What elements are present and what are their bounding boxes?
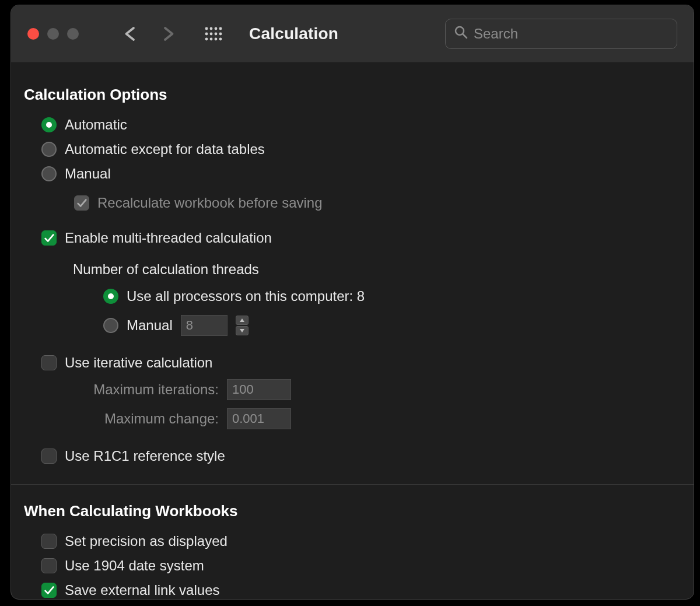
- radio-manual[interactable]: [41, 166, 57, 181]
- panel-title: Calculation: [249, 24, 338, 43]
- checkbox-enable-multithread[interactable]: [41, 230, 57, 246]
- recalc-before-save-row: Recalculate workbook before saving: [24, 195, 681, 211]
- max-iterations-label: Maximum iterations:: [73, 381, 219, 398]
- stepper-down-icon[interactable]: [236, 326, 249, 335]
- svg-point-6: [215, 32, 218, 35]
- checkbox-precision-as-displayed[interactable]: [41, 534, 57, 549]
- svg-point-4: [205, 32, 208, 35]
- recalc-before-save-label: Recalculate workbook before saving: [97, 195, 323, 211]
- checkbox-save-external-links[interactable]: [41, 583, 57, 598]
- svg-point-7: [219, 32, 222, 35]
- processor-count: 8: [357, 288, 365, 304]
- precision-as-displayed-row[interactable]: Set precision as displayed: [24, 533, 681, 549]
- max-change-row: Maximum change:: [24, 408, 681, 429]
- radio-automatic-label: Automatic: [65, 117, 127, 133]
- titlebar: Calculation: [11, 5, 694, 62]
- use-iterative-label: Use iterative calculation: [65, 355, 212, 371]
- back-button[interactable]: [122, 25, 139, 43]
- use-all-processors-label: Use all processors on this computer: 8: [127, 288, 365, 304]
- preferences-window: Calculation Calculation Options Automati…: [10, 5, 694, 600]
- use-r1c1-row[interactable]: Use R1C1 reference style: [24, 448, 681, 464]
- radio-threads-manual[interactable]: [103, 318, 118, 333]
- svg-point-1: [210, 27, 213, 30]
- content-area: Calculation Options Automatic Automatic …: [11, 62, 694, 600]
- use-iterative-row[interactable]: Use iterative calculation: [24, 355, 681, 371]
- use-1904-label: Use 1904 date system: [65, 558, 204, 574]
- radio-row-threads-manual[interactable]: Manual: [24, 315, 681, 336]
- nav-arrows: [122, 25, 177, 43]
- checkbox-use-1904[interactable]: [41, 558, 57, 573]
- minimize-button[interactable]: [47, 28, 59, 40]
- svg-point-9: [210, 37, 213, 40]
- svg-point-3: [219, 27, 222, 30]
- threads-manual-label: Manual: [127, 317, 173, 334]
- threads-manual-input[interactable]: [181, 315, 228, 336]
- threads-count-label: Number of calculation threads: [73, 261, 681, 278]
- use-r1c1-label: Use R1C1 reference style: [65, 448, 225, 464]
- enable-multithread-row[interactable]: Enable multi-threaded calculation: [24, 230, 681, 246]
- max-iterations-row: Maximum iterations:: [24, 379, 681, 400]
- svg-point-2: [215, 27, 218, 30]
- radio-row-use-all-processors[interactable]: Use all processors on this computer: 8: [24, 288, 681, 304]
- section-workbooks-title: When Calculating Workbooks: [24, 502, 681, 520]
- precision-as-displayed-label: Set precision as displayed: [65, 533, 228, 549]
- search-field[interactable]: [445, 19, 677, 49]
- stepper-up-icon[interactable]: [236, 316, 249, 325]
- svg-point-8: [205, 37, 208, 40]
- checkbox-use-iterative[interactable]: [41, 355, 57, 370]
- search-input[interactable]: [474, 26, 668, 42]
- radio-use-all-processors[interactable]: [103, 289, 118, 304]
- svg-line-13: [463, 34, 467, 38]
- forward-button[interactable]: [159, 25, 177, 43]
- checkbox-recalc-before-save: [74, 195, 89, 211]
- max-change-input[interactable]: [227, 408, 291, 429]
- radio-manual-label: Manual: [65, 166, 111, 182]
- save-external-links-row[interactable]: Save external link values: [24, 582, 681, 598]
- radio-row-except-tables[interactable]: Automatic except for data tables: [24, 141, 681, 157]
- section-calculation-options-title: Calculation Options: [24, 86, 681, 104]
- svg-point-5: [210, 32, 213, 35]
- section-divider: [11, 484, 694, 485]
- max-change-label: Maximum change:: [73, 411, 219, 427]
- radio-row-automatic[interactable]: Automatic: [24, 117, 681, 133]
- close-button[interactable]: [27, 28, 39, 40]
- enable-multithread-label: Enable multi-threaded calculation: [65, 230, 272, 246]
- use-1904-row[interactable]: Use 1904 date system: [24, 558, 681, 574]
- max-iterations-input[interactable]: [227, 379, 291, 400]
- radio-except-tables-label: Automatic except for data tables: [65, 141, 265, 157]
- svg-point-0: [205, 27, 208, 30]
- fullscreen-button[interactable]: [67, 28, 79, 40]
- radio-automatic[interactable]: [41, 117, 57, 132]
- window-controls: [27, 28, 79, 40]
- save-external-links-label: Save external link values: [65, 582, 219, 598]
- svg-point-10: [215, 37, 218, 40]
- svg-point-11: [219, 37, 222, 40]
- threads-stepper[interactable]: [236, 316, 249, 335]
- checkbox-use-r1c1[interactable]: [41, 449, 57, 464]
- show-all-icon[interactable]: [205, 27, 222, 41]
- search-icon: [454, 25, 468, 43]
- radio-except-tables[interactable]: [41, 142, 57, 157]
- use-all-processors-prefix: Use all processors on this computer:: [127, 288, 353, 304]
- radio-row-manual[interactable]: Manual: [24, 166, 681, 182]
